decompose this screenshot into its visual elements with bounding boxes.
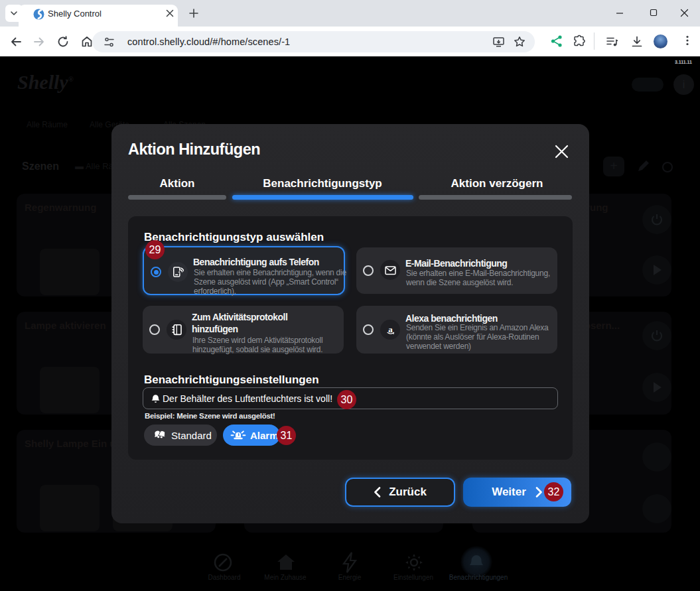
- svg-text:a: a: [388, 324, 393, 334]
